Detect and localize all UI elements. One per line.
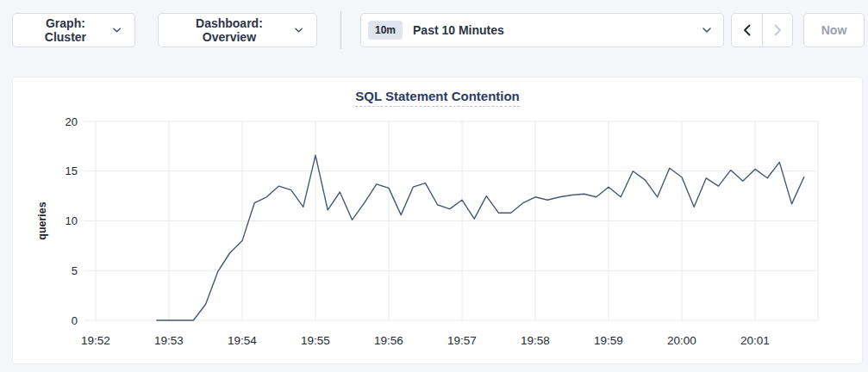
svg-text:19:52: 19:52	[81, 334, 110, 347]
svg-text:20:00: 20:00	[667, 334, 696, 347]
toolbar: Graph: Cluster Dashboard: Overview 10m P…	[0, 0, 868, 48]
graph-dropdown-label: Graph: Cluster	[27, 16, 104, 44]
svg-text:20:01: 20:01	[740, 334, 770, 347]
chart-title-wrap: SQL Statement Contention	[13, 89, 862, 107]
chevron-down-icon	[113, 28, 121, 33]
svg-text:19:58: 19:58	[521, 334, 550, 347]
svg-text:20: 20	[66, 115, 78, 128]
time-range-badge: 10m	[368, 21, 403, 40]
svg-text:5: 5	[72, 264, 78, 277]
toolbar-divider	[340, 11, 341, 49]
svg-text:10: 10	[66, 214, 78, 227]
svg-text:0: 0	[72, 314, 78, 327]
dashboard-dropdown-label: Dashboard: Overview	[172, 16, 286, 44]
chevron-down-icon	[703, 28, 711, 33]
now-button[interactable]: Now	[803, 13, 865, 47]
svg-text:19:53: 19:53	[154, 334, 184, 347]
svg-text:19:54: 19:54	[228, 334, 257, 347]
time-shift-forward-button[interactable]	[762, 14, 792, 46]
chart-card: 0510152019:5219:5319:5419:5519:5619:5719…	[12, 77, 863, 364]
time-shift-back-button[interactable]	[732, 14, 762, 46]
chart-title[interactable]: SQL Statement Contention	[355, 89, 520, 107]
time-shift-button-group	[731, 13, 793, 47]
chevron-left-icon	[743, 24, 751, 36]
svg-text:queries: queries	[36, 202, 48, 240]
time-range-label: Past 10 Minutes	[413, 23, 504, 37]
svg-text:19:55: 19:55	[301, 334, 330, 347]
dashboard-dropdown[interactable]: Dashboard: Overview	[158, 13, 317, 47]
time-range-selector[interactable]: 10m Past 10 Minutes	[360, 13, 724, 47]
graph-dropdown[interactable]: Graph: Cluster	[12, 13, 135, 47]
chevron-down-icon	[295, 28, 303, 33]
sql-statement-contention-chart[interactable]: 0510152019:5219:5319:5419:5519:5619:5719…	[13, 78, 864, 365]
svg-text:19:59: 19:59	[594, 334, 623, 347]
svg-text:19:57: 19:57	[447, 334, 477, 347]
svg-text:19:56: 19:56	[374, 334, 403, 347]
svg-text:15: 15	[66, 164, 78, 177]
chevron-right-icon	[774, 24, 782, 36]
